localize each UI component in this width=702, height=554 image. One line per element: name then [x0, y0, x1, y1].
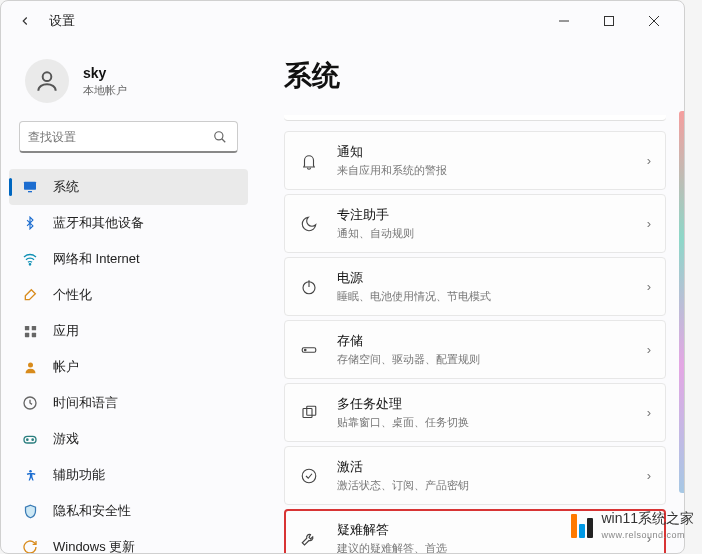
card-subtitle: 存储空间、驱动器、配置规则 — [337, 352, 629, 367]
chevron-right-icon: › — [647, 405, 651, 420]
svg-rect-7 — [24, 182, 36, 190]
settings-window: 设置 sky 本地帐户 — [0, 0, 685, 554]
search-wrap — [1, 121, 256, 165]
person-icon — [21, 358, 39, 376]
svg-point-26 — [302, 469, 316, 483]
chevron-right-icon: › — [647, 153, 651, 168]
settings-cards: 通知 来自应用和系统的警报 › 专注助手 通知、自动规则 › — [284, 131, 666, 553]
check-circle-icon — [299, 466, 319, 486]
svg-rect-25 — [307, 406, 316, 415]
card-title: 专注助手 — [337, 206, 629, 224]
card-activation[interactable]: 激活 激活状态、订阅、产品密钥 › — [284, 446, 666, 505]
sidebar-item-label: 时间和语言 — [53, 394, 118, 412]
sidebar-item-network[interactable]: 网络和 Internet — [9, 241, 248, 277]
sidebar-item-system[interactable]: 系统 — [9, 169, 248, 205]
svg-rect-24 — [303, 408, 312, 417]
game-icon — [21, 430, 39, 448]
card-storage[interactable]: 存储 存储空间、驱动器、配置规则 › — [284, 320, 666, 379]
chevron-right-icon: › — [647, 216, 651, 231]
sidebar-item-label: 隐私和安全性 — [53, 502, 131, 520]
power-icon — [299, 277, 319, 297]
search-icon — [213, 130, 229, 144]
watermark-sub: www.relsound.com — [601, 530, 694, 540]
update-icon — [21, 538, 39, 553]
watermark-logo — [571, 512, 593, 538]
svg-point-23 — [305, 349, 307, 351]
card-title: 激活 — [337, 458, 629, 476]
card-subtitle: 来自应用和系统的警报 — [337, 163, 629, 178]
sidebar-item-update[interactable]: Windows 更新 — [9, 529, 248, 553]
svg-point-4 — [43, 72, 52, 81]
user-subtitle: 本地帐户 — [83, 83, 127, 98]
card-focus-assist[interactable]: 专注助手 通知、自动规则 › — [284, 194, 666, 253]
card-notifications[interactable]: 通知 来自应用和系统的警报 › — [284, 131, 666, 190]
sidebar-item-label: 系统 — [53, 178, 79, 196]
svg-point-18 — [32, 439, 33, 440]
svg-point-9 — [29, 264, 30, 265]
svg-rect-10 — [24, 325, 28, 329]
wrench-icon — [299, 529, 319, 549]
watermark-text: win11系统之家 — [601, 510, 694, 528]
sidebar-item-label: 应用 — [53, 322, 79, 340]
bell-icon — [299, 151, 319, 171]
apps-icon — [21, 322, 39, 340]
accessibility-icon — [21, 466, 39, 484]
partial-card-edge — [284, 115, 666, 121]
maximize-button[interactable] — [586, 5, 631, 37]
chevron-right-icon: › — [647, 342, 651, 357]
user-name: sky — [83, 65, 127, 81]
svg-rect-8 — [28, 191, 32, 192]
storage-icon — [299, 340, 319, 360]
window-title: 设置 — [49, 12, 75, 30]
window-controls — [541, 5, 676, 37]
search-box[interactable] — [19, 121, 238, 153]
sidebar-item-privacy[interactable]: 隐私和安全性 — [9, 493, 248, 529]
svg-rect-13 — [31, 332, 35, 336]
card-title: 存储 — [337, 332, 629, 350]
bluetooth-icon — [21, 214, 39, 232]
decorative-strip — [679, 111, 684, 493]
search-input[interactable] — [28, 130, 213, 144]
paintbrush-icon — [21, 286, 39, 304]
content: sky 本地帐户 系统 — [1, 41, 684, 553]
sidebar-item-apps[interactable]: 应用 — [9, 313, 248, 349]
chevron-right-icon: › — [647, 468, 651, 483]
svg-rect-11 — [31, 325, 35, 329]
svg-point-5 — [215, 131, 223, 139]
multitask-icon — [299, 403, 319, 423]
close-button[interactable] — [631, 5, 676, 37]
sidebar: sky 本地帐户 系统 — [1, 41, 256, 553]
chevron-right-icon: › — [647, 279, 651, 294]
sidebar-item-label: 蓝牙和其他设备 — [53, 214, 144, 232]
sidebar-item-accounts[interactable]: 帐户 — [9, 349, 248, 385]
card-subtitle: 通知、自动规则 — [337, 226, 629, 241]
minimize-button[interactable] — [541, 5, 586, 37]
shield-icon — [21, 502, 39, 520]
card-multitasking[interactable]: 多任务处理 贴靠窗口、桌面、任务切换 › — [284, 383, 666, 442]
sidebar-item-gaming[interactable]: 游戏 — [9, 421, 248, 457]
titlebar: 设置 — [1, 1, 684, 41]
back-button[interactable] — [9, 5, 41, 37]
card-subtitle: 建议的疑难解答、首选 — [337, 541, 629, 553]
sidebar-item-bluetooth[interactable]: 蓝牙和其他设备 — [9, 205, 248, 241]
card-subtitle: 激活状态、订阅、产品密钥 — [337, 478, 629, 493]
user-block[interactable]: sky 本地帐户 — [1, 49, 256, 121]
svg-point-17 — [27, 439, 28, 440]
svg-rect-1 — [604, 17, 613, 26]
sidebar-item-label: 游戏 — [53, 430, 79, 448]
card-subtitle: 睡眠、电池使用情况、节电模式 — [337, 289, 629, 304]
svg-point-19 — [29, 469, 32, 472]
clock-language-icon — [21, 394, 39, 412]
sidebar-item-time-language[interactable]: 时间和语言 — [9, 385, 248, 421]
wifi-icon — [21, 250, 39, 268]
card-title: 多任务处理 — [337, 395, 629, 413]
card-power[interactable]: 电源 睡眠、电池使用情况、节电模式 › — [284, 257, 666, 316]
svg-line-6 — [222, 138, 226, 142]
sidebar-item-accessibility[interactable]: 辅助功能 — [9, 457, 248, 493]
watermark: win11系统之家 www.relsound.com — [571, 510, 694, 540]
sidebar-item-label: 网络和 Internet — [53, 250, 140, 268]
sidebar-item-personalization[interactable]: 个性化 — [9, 277, 248, 313]
avatar — [25, 59, 69, 103]
sidebar-item-label: 辅助功能 — [53, 466, 105, 484]
sidebar-item-label: 帐户 — [53, 358, 79, 376]
